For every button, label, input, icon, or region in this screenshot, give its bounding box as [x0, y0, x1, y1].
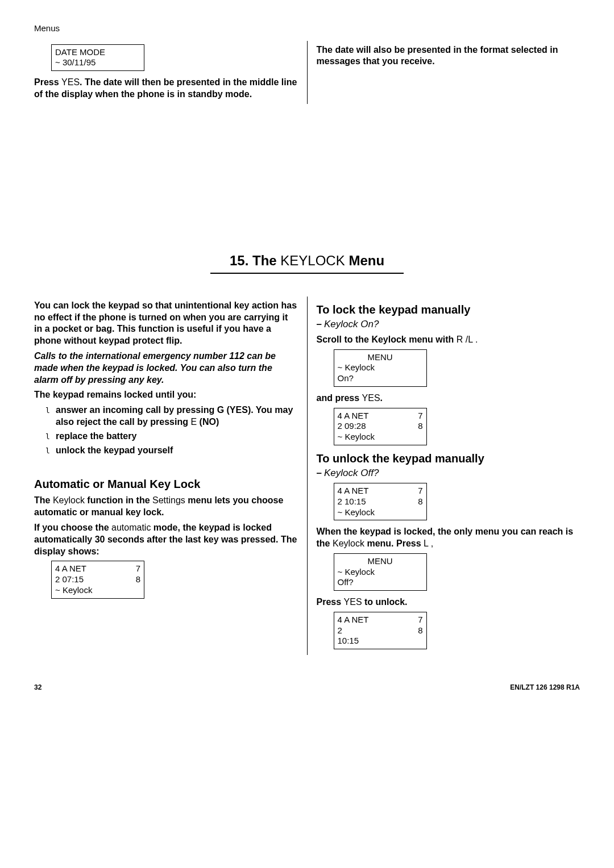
- text: to unlock.: [362, 597, 408, 607]
- locked-display-0928: 4 A NET7 2 09:288 ~ Keylock: [334, 408, 427, 445]
- key-label: YES: [61, 77, 80, 87]
- lock-manually-heading: To lock the keypad manually: [317, 302, 580, 317]
- text: Keylock On?: [324, 319, 379, 329]
- doc-id: EN/LZT 126 1298 R1A: [510, 683, 580, 692]
- press-yes-paragraph: Press YES. The date will then be present…: [34, 77, 298, 101]
- box-row: 4 A NET7: [338, 411, 423, 422]
- box-line: Off?: [338, 577, 423, 588]
- text: function in the: [87, 495, 152, 505]
- box-row: 2 07:158: [55, 574, 140, 585]
- key-label: YES: [344, 597, 362, 607]
- text: 7: [418, 486, 422, 496]
- text: Menu: [345, 253, 384, 268]
- main-columns: You can lock the keypad so that unintent…: [34, 297, 580, 655]
- list-item: answer an incoming call by pressing G (Y…: [45, 404, 298, 428]
- text: Keylock Off?: [324, 468, 379, 478]
- top-right-col: The date will also be presented in the f…: [308, 41, 580, 104]
- text: 2 09:28: [338, 421, 366, 432]
- list-item: replace the battery: [45, 431, 298, 443]
- code: Keylock: [333, 539, 367, 548]
- text: and press: [317, 393, 362, 403]
- box-row: 4 A NET7: [55, 564, 140, 574]
- box-row: 2 10:158: [338, 496, 423, 507]
- box-row: ~ Keylock: [55, 585, 140, 596]
- date-format-note: The date will also be presented in the f…: [317, 44, 580, 68]
- text: The: [252, 253, 280, 268]
- code: Keylock: [53, 495, 87, 505]
- page-footer: 32 EN/LZT 126 1298 R1A: [34, 683, 580, 692]
- box-line: MENU: [338, 352, 423, 363]
- lock-off-sub: –Keylock Off?: [317, 467, 580, 479]
- text: 2: [338, 625, 342, 636]
- text: 4 A NET: [55, 564, 86, 574]
- intro-paragraph: You can lock the keypad so that unintent…: [34, 300, 298, 347]
- top-columns: DATE MODE ~ 30/11/95 Press YES. The date…: [34, 41, 580, 104]
- box-row: ~ Keylock: [338, 507, 423, 518]
- box-line: On?: [338, 373, 423, 384]
- text: Press: [317, 597, 344, 607]
- text: If you choose the: [34, 523, 111, 532]
- text: 8: [418, 421, 422, 432]
- scroll-instruction: Scroll to the Keylock menu with R /L .: [317, 334, 580, 346]
- box-row: 10:15: [338, 636, 423, 646]
- keylock-function-paragraph: The Keylock function in the Settings men…: [34, 495, 298, 519]
- emergency-note: Calls to the international emergency num…: [34, 350, 298, 386]
- right-column: To lock the keypad manually –Keylock On?…: [308, 297, 580, 655]
- key-label: L ,: [424, 539, 433, 548]
- key-label: YES: [362, 393, 380, 403]
- auto-lock-display: 4 A NET7 2 07:158 ~ Keylock: [51, 561, 144, 598]
- text: 2 10:15: [338, 496, 366, 507]
- auto-manual-heading: Automatic or Manual Key Lock: [34, 477, 298, 491]
- box-row: ~ Keylock: [338, 432, 423, 443]
- heading-rule: [210, 273, 404, 274]
- unlock-manually-heading: To unlock the keypad manually: [317, 451, 580, 466]
- locked-until-list: answer an incoming call by pressing G (Y…: [34, 404, 298, 456]
- running-header: Menus: [34, 23, 580, 34]
- left-column: You can lock the keypad so that unintent…: [34, 297, 308, 655]
- text: Scroll to the Keylock menu with: [317, 335, 457, 344]
- text: 7: [136, 564, 140, 574]
- text: .: [380, 393, 383, 403]
- menu-keylock-off-box: MENU ~ Keylock Off?: [334, 553, 427, 591]
- code: Settings: [152, 495, 188, 505]
- text: 4 A NET: [338, 615, 369, 625]
- lock-on-sub: –Keylock On?: [317, 318, 580, 331]
- code: automatic: [111, 523, 154, 532]
- section-heading: 15. The KEYLOCK Menu: [34, 252, 580, 269]
- box-line: ~ Keylock: [338, 567, 423, 578]
- box-row: 4 A NET7: [338, 486, 423, 496]
- box-line: ~ 30/11/95: [55, 57, 140, 68]
- text: Press: [34, 77, 61, 87]
- box-row: 4 A NET7: [338, 615, 423, 625]
- text: 8: [136, 574, 140, 585]
- only-menu-paragraph: When the keypad is locked, the only menu…: [317, 526, 580, 550]
- menu-name: KEYLOCK: [280, 253, 345, 268]
- section-number: 15.: [230, 253, 248, 268]
- locked-display-1015: 4 A NET7 2 10:158 ~ Keylock: [334, 483, 427, 520]
- text: 8: [418, 625, 422, 636]
- text: answer an incoming call by pressing: [56, 405, 217, 415]
- key-label: R /L .: [457, 335, 478, 344]
- locked-until: The keypad remains locked until you:: [34, 389, 298, 401]
- box-row: 28: [338, 625, 423, 636]
- text: The: [34, 495, 53, 505]
- date-mode-box: DATE MODE ~ 30/11/95: [51, 44, 144, 72]
- box-line: DATE MODE: [55, 47, 140, 58]
- box-row: 2 09:288: [338, 421, 423, 432]
- menu-keylock-on-box: MENU ~ Keylock On?: [334, 349, 427, 387]
- press-yes-unlock: Press YES to unlock.: [317, 596, 580, 608]
- text: 4 A NET: [338, 486, 369, 496]
- text: 2 07:15: [55, 574, 84, 585]
- page-number: 32: [34, 683, 42, 692]
- key-label: E: [190, 417, 197, 427]
- text: (NO): [197, 417, 219, 427]
- list-item: unlock the keypad yourself: [45, 445, 298, 457]
- automatic-mode-paragraph: If you choose the automatic mode, the ke…: [34, 522, 298, 557]
- text: 7: [418, 615, 422, 625]
- box-line: ~ Keylock: [338, 362, 423, 373]
- text: menu. Press: [367, 539, 424, 548]
- text: 7: [418, 411, 422, 422]
- box-line: MENU: [338, 556, 423, 567]
- text: 8: [418, 496, 422, 507]
- text: 4 A NET: [338, 411, 369, 422]
